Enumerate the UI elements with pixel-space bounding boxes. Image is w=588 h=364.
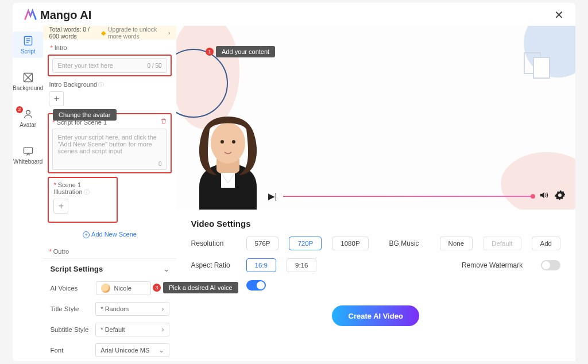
video-settings: Video Settings Resolution 576P 720P 1080… [176,210,575,335]
plus-circle-icon: + [83,231,90,238]
badge-1: 1 [206,48,214,56]
font-row: Font Arial Unicode MS⌄ [43,340,176,361]
title-style-select[interactable]: * Random› [95,302,169,316]
diamond-icon: ◆ [101,29,106,36]
annotation-3: 3 Pick a desired AI voice [153,282,238,293]
annotation-1-text: Add your content [216,46,275,57]
bgmusic-default-button[interactable]: Default [483,237,521,250]
subtitle-style-select[interactable]: * Default› [95,323,169,336]
add-intro-bg-button[interactable]: + [49,91,64,106]
subtitle-style-label: Subtitle Style [50,326,90,333]
transition-toggle[interactable] [246,280,266,291]
decor-note [533,57,550,79]
sidebar-item-background[interactable]: Background [13,68,43,95]
bgmusic-label: BG Music [389,239,430,247]
avatar-icon [22,109,34,120]
intro-input[interactable]: Enter your text here 0 / 50 [52,58,167,73]
player-bar: ▶| [268,190,565,203]
scene-textarea[interactable]: Enter your script here, and click the "A… [52,129,167,170]
transition-row: Transition [191,280,560,291]
intro-bg-label: Intro Background [49,81,97,88]
script-icon [22,35,34,47]
settings-gear-button[interactable] [555,190,565,203]
background-icon [22,72,34,83]
scene-box: Script for Scene 1 Enter your script her… [48,113,171,173]
add-illustration-button[interactable]: + [53,199,68,214]
svg-point-4 [211,122,245,164]
word-count: Total words: 0 / 600 words [49,26,101,40]
script-settings-header[interactable]: Script Settings ⌄ [43,258,176,278]
ai-voices-label: AI Voices [50,285,90,292]
chevron-right-icon: › [162,305,164,313]
sidebar-label: Background [13,85,43,91]
font-label: Font [50,347,90,354]
bgmusic-add-button[interactable]: Add [532,237,560,250]
intro-placeholder: Enter your text here [57,62,113,69]
play-next-button[interactable]: ▶| [268,191,277,202]
word-count-bar: Total words: 0 / 600 words ◆ Upgrade to … [43,26,176,40]
app-name: Mango AI [40,9,91,22]
avatar-preview [176,83,280,210]
seek-track[interactable] [283,196,533,197]
watermark-label: Remove Watermark [462,261,531,269]
info-icon: ⓘ [98,82,104,88]
create-video-button[interactable]: Create AI Video [332,305,419,326]
sidebar-item-script[interactable]: Script [13,32,43,58]
watermark-toggle[interactable] [541,260,560,270]
scene-illus-label: Scene 1 Illustration [53,181,82,195]
scene-illustration-box: Scene 1 Illustrationⓘ + [48,177,118,223]
chevron-down-icon: ⌄ [158,346,164,354]
scene-counter: 0 [158,161,162,167]
upgrade-link[interactable]: ◆ Upgrade to unlock more words › [101,26,171,40]
bgmusic-none-button[interactable]: None [440,237,473,250]
title-style-label: Title Style [50,305,90,312]
logo-icon [24,9,37,21]
svg-rect-3 [24,148,32,153]
svg-rect-5 [221,173,235,188]
chevron-down-icon: ⌄ [164,265,169,273]
svg-point-6 [220,140,224,144]
chevron-right-icon: › [168,29,171,36]
res-1080p-button[interactable]: 1080P [332,237,368,250]
resolution-label: Resolution [191,239,236,247]
editor-panel: Total words: 0 / 600 words ◆ Upgrade to … [43,26,176,361]
whiteboard-icon [22,145,34,157]
badge-2: 2 [16,106,23,113]
annotation-1: 1 Add your content [206,46,275,57]
res-720p-button[interactable]: 720P [289,237,322,250]
delete-scene-button[interactable] [160,118,167,126]
add-scene-button[interactable]: +Add New Scene [83,231,137,238]
annotation-2-text: Change the avatar [53,109,117,121]
close-button[interactable]: ✕ [554,8,564,22]
badge-3: 3 [153,284,161,292]
res-576p-button[interactable]: 576P [246,237,279,250]
aspect-row: Aspect Ratio 16:9 9:16 Remove Watermark [191,258,560,272]
script-settings-title: Script Settings [50,265,103,273]
intro-section: Intro [43,40,176,53]
app-modal: Mango AI ✕ Script Background 2 [13,3,575,361]
title-style-row: Title Style * Random› [43,299,176,319]
voice-name: Nicole [114,285,131,292]
resolution-row: Resolution 576P 720P 1080P BG Music None… [191,237,560,250]
voice-avatar-icon [101,284,110,293]
preview-panel: ▶| Video Settings Resolution 576P 720P [176,26,575,361]
intro-box: Enter your text here 0 / 50 [48,55,171,76]
sidebar-label: Script [21,48,36,55]
add-scene-row: +Add New Scene [43,226,176,245]
video-settings-title: Video Settings [191,219,560,229]
intro-label: Intro [50,44,67,51]
aspect-169-button[interactable]: 16:9 [246,258,276,272]
modal-header: Mango AI ✕ [13,3,575,26]
info-icon: ⓘ [84,189,90,195]
sidebar-item-whiteboard[interactable]: Whiteboard [13,142,43,168]
aspect-916-button[interactable]: 9:16 [287,258,316,272]
sidebar: Script Background 2 Avatar Whiteboard [13,26,43,361]
logo: Mango AI [24,9,91,22]
sidebar-label: Avatar [20,122,36,128]
font-select[interactable]: Arial Unicode MS⌄ [95,343,169,357]
aspect-label: Aspect Ratio [191,261,236,269]
chevron-right-icon: › [162,326,164,334]
volume-button[interactable] [539,190,549,203]
sidebar-item-avatar[interactable]: 2 Avatar [13,105,43,131]
voice-select[interactable]: Nicole [96,281,151,295]
